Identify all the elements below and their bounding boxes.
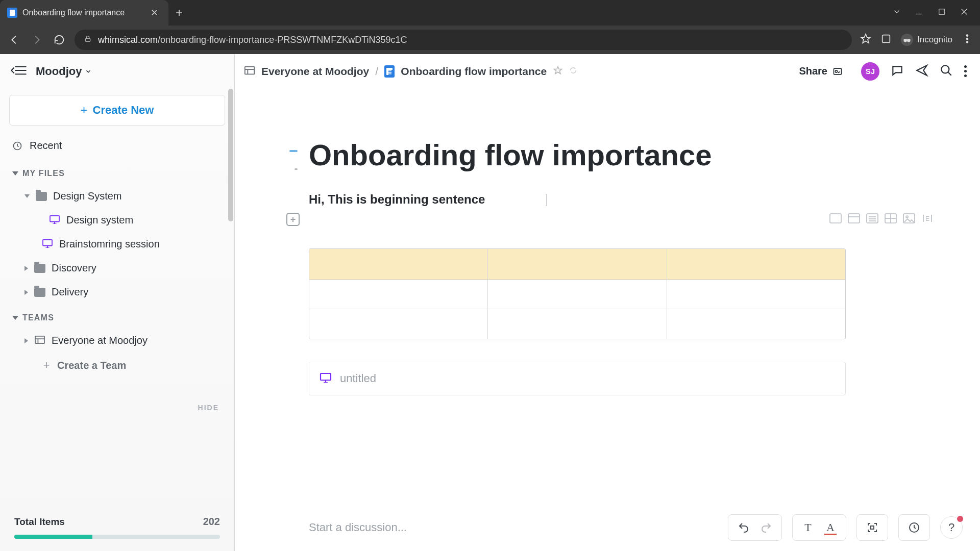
undo-button[interactable]: [733, 517, 754, 538]
table-cell[interactable]: [309, 249, 488, 280]
outline-mark[interactable]: [295, 168, 298, 170]
table-cell[interactable]: [309, 280, 488, 309]
outline-mark[interactable]: [289, 150, 298, 152]
folder-icon: [34, 288, 45, 297]
add-block-button[interactable]: +: [286, 213, 300, 226]
history-group: [898, 514, 930, 541]
incognito-icon: [901, 34, 913, 46]
clock-icon: [12, 141, 22, 151]
insert-card-icon[interactable]: [847, 213, 861, 226]
svg-point-31: [941, 65, 949, 73]
browser-reload-button[interactable]: [52, 33, 66, 47]
sidebar-item-everyone-team[interactable]: Everyone at Moodjoy: [0, 329, 234, 353]
browser-tab-active[interactable]: Onboarding flow importance ✕: [0, 0, 168, 26]
browser-forward-button[interactable]: [30, 33, 44, 47]
section-title: TEAMS: [22, 313, 54, 322]
window-maximize-icon[interactable]: [937, 7, 946, 18]
insert-embed-icon[interactable]: E: [921, 213, 934, 226]
caret-down-icon: [24, 194, 30, 198]
table-cell[interactable]: [667, 249, 845, 280]
hide-button[interactable]: HIDE: [15, 404, 219, 412]
table-cell[interactable]: [667, 309, 845, 339]
text-tool[interactable]: T: [798, 517, 818, 538]
svg-text:E: E: [925, 215, 929, 222]
caret-down-icon: [12, 171, 18, 176]
table-cell[interactable]: [309, 309, 488, 339]
extensions-icon[interactable]: [880, 33, 892, 46]
insert-block-row: + E: [309, 213, 939, 226]
sidebar-header: Moodjoy: [0, 54, 234, 89]
create-team-label: Create a Team: [57, 360, 126, 371]
help-button[interactable]: ?: [940, 516, 963, 539]
workspace-selector[interactable]: Moodjoy: [36, 65, 92, 78]
sidebar: Moodjoy + Create New Recent MY FILES Des…: [0, 54, 235, 551]
breadcrumb-team[interactable]: Everyone at Moodjoy: [261, 65, 369, 78]
table-row[interactable]: [309, 309, 845, 339]
address-bar[interactable]: whimsical.com/onboarding-flow-importance…: [75, 30, 852, 50]
redo-button[interactable]: [756, 517, 776, 538]
table-cell[interactable]: [488, 249, 667, 280]
comments-icon[interactable]: [891, 64, 904, 79]
table-cell[interactable]: [667, 280, 845, 309]
history-button[interactable]: [904, 517, 924, 538]
recent-button[interactable]: Recent: [0, 135, 234, 160]
embed-untitled-block[interactable]: untitled: [309, 362, 846, 395]
browser-menu-icon[interactable]: [962, 33, 973, 46]
share-icon: [832, 66, 843, 77]
window-close-icon[interactable]: [960, 7, 969, 18]
bookmark-star-icon[interactable]: [860, 33, 871, 46]
browser-back-button[interactable]: [7, 33, 21, 47]
total-items-count: 202: [203, 516, 220, 528]
tree-label: Design System: [53, 190, 122, 202]
incognito-badge[interactable]: Incognito: [901, 34, 952, 46]
svg-rect-34: [848, 214, 860, 223]
create-team-button[interactable]: + Create a Team: [0, 353, 234, 378]
tree-label: Delivery: [52, 286, 88, 298]
window-minimize-icon[interactable]: [915, 7, 924, 18]
plus-icon: +: [81, 103, 88, 117]
table-header-row[interactable]: [309, 249, 845, 280]
tab-close-icon[interactable]: ✕: [149, 6, 160, 19]
hide-label: HIDE: [198, 404, 219, 412]
scrollbar-thumb[interactable]: [228, 89, 233, 221]
create-new-button[interactable]: + Create New: [9, 95, 225, 126]
table-cell[interactable]: [488, 280, 667, 309]
sidebar-item-design-system-file[interactable]: Design system: [0, 208, 234, 232]
favorite-star-icon[interactable]: [553, 65, 563, 78]
table-cell[interactable]: [488, 309, 667, 339]
table-row[interactable]: [309, 280, 845, 309]
doc-title[interactable]: Onboarding flow importance: [309, 138, 939, 172]
insert-board-icon[interactable]: [829, 213, 842, 226]
svg-point-7: [904, 39, 906, 42]
more-menu-icon[interactable]: [964, 65, 967, 77]
insert-grid-icon[interactable]: [884, 213, 897, 226]
doc-first-line[interactable]: Hi, This is beginning sentence: [309, 192, 939, 207]
block-type-toolbar: E: [829, 213, 939, 226]
tabs-dropdown-icon[interactable]: [892, 7, 901, 18]
breadcrumb-doc[interactable]: Onboarding flow importance: [401, 65, 547, 78]
document-table[interactable]: [309, 248, 846, 339]
sidebar-item-discovery[interactable]: Discovery: [0, 256, 234, 280]
sidebar-collapse-button[interactable]: [10, 65, 27, 78]
send-icon[interactable]: [915, 64, 928, 79]
folder-icon: [36, 192, 47, 201]
share-button[interactable]: Share: [792, 61, 850, 81]
sidebar-item-delivery[interactable]: Delivery: [0, 280, 234, 304]
text-color-tool[interactable]: A: [820, 517, 841, 538]
search-icon[interactable]: [940, 64, 953, 79]
tree-label: Brainstomring session: [59, 238, 160, 250]
caret-down-icon: [12, 316, 18, 320]
caret-right-icon: [24, 338, 28, 343]
user-avatar[interactable]: SJ: [861, 62, 879, 81]
section-my-files[interactable]: MY FILES: [0, 160, 234, 184]
sidebar-item-design-system-folder[interactable]: Design System: [0, 184, 234, 208]
focus-mode-button[interactable]: [862, 517, 883, 538]
section-teams[interactable]: TEAMS: [0, 304, 234, 329]
sidebar-item-brainstorming[interactable]: Brainstomring session: [0, 232, 234, 256]
document-content[interactable]: Onboarding flow importance Hi, This is b…: [309, 89, 980, 551]
insert-image-icon[interactable]: [902, 213, 916, 226]
sidebar-scrollbar[interactable]: [228, 89, 234, 395]
insert-list-icon[interactable]: [866, 213, 879, 226]
new-tab-button[interactable]: +: [168, 0, 190, 26]
discussion-input[interactable]: Start a discussion...: [309, 521, 718, 534]
